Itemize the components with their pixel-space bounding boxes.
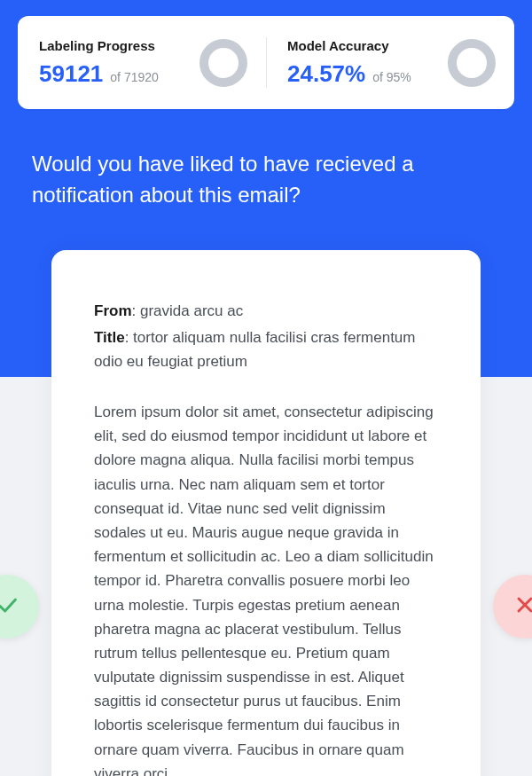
question-text: Would you have liked to have recieved a … — [32, 149, 500, 211]
stat-accuracy-label: Model Accuracy — [287, 38, 440, 53]
email-from-value: : gravida arcu ac — [132, 302, 244, 319]
stat-accuracy-of: of 95% — [372, 70, 411, 84]
svg-point-0 — [204, 43, 243, 82]
check-icon — [0, 592, 20, 621]
stat-progress-label: Labeling Progress — [39, 38, 192, 53]
email-card: From: gravida arcu ac Title: tortor aliq… — [51, 250, 481, 776]
svg-point-1 — [452, 43, 491, 82]
email-title-value: : tortor aliquam nulla facilisi cras fer… — [94, 329, 415, 369]
stats-card: Labeling Progress 59121 of 71920 Model A… — [18, 16, 514, 109]
stat-progress-value: 59121 — [39, 60, 103, 88]
accuracy-ring-icon — [447, 38, 497, 88]
email-title: Title: tortor aliquam nulla facilisi cra… — [94, 326, 438, 373]
email-title-label: Title — [94, 329, 125, 346]
close-icon — [512, 592, 532, 621]
no-button[interactable] — [493, 575, 532, 639]
stat-accuracy-value: 24.57% — [287, 60, 365, 88]
stat-progress-of: of 71920 — [110, 70, 159, 84]
stat-progress: Labeling Progress 59121 of 71920 — [18, 16, 266, 109]
email-body: Lorem ipsum dolor sit amet, consectetur … — [94, 400, 438, 776]
email-from: From: gravida arcu ac — [94, 300, 438, 323]
yes-button[interactable] — [0, 575, 39, 639]
stat-accuracy: Model Accuracy 24.57% of 95% — [266, 16, 514, 109]
progress-ring-icon — [199, 38, 248, 88]
email-from-label: From — [94, 302, 132, 319]
